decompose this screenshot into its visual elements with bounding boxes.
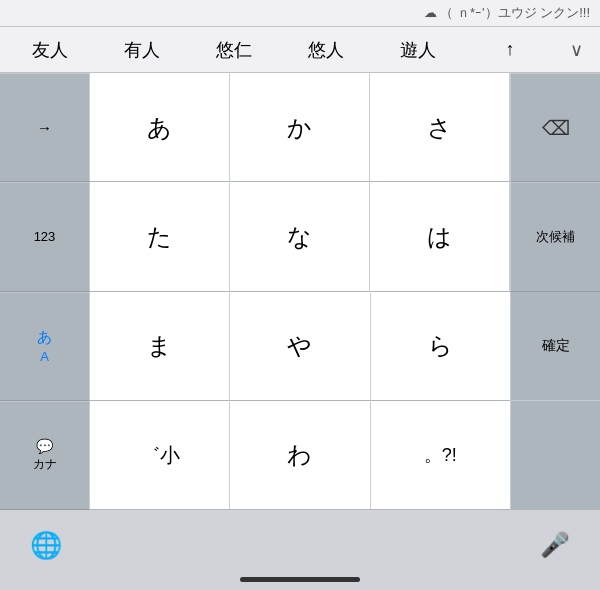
key-confirm[interactable]: 確定 [510, 292, 600, 401]
keyboard-row-4-keys: 💬 カナ ゛小 わ 。?! [0, 401, 510, 510]
key-comment-kana[interactable]: 💬 カナ [0, 401, 90, 510]
candidate-item-2[interactable]: 有人 [98, 32, 186, 68]
candidate-row: 友人 有人 悠仁 悠人 遊人 ↑ ∨ [0, 27, 600, 73]
keyboard-row-3-keys: あ A ま や ら [0, 292, 510, 401]
key-ra[interactable]: ら [371, 292, 510, 401]
key-ma[interactable]: ま [90, 292, 230, 401]
globe-button[interactable]: 🌐 [30, 530, 62, 561]
key-next-candidate[interactable]: 次候補 [510, 182, 600, 291]
candidate-item-4[interactable]: 悠人 [282, 32, 370, 68]
key-ka[interactable]: か [230, 73, 370, 182]
key-na[interactable]: な [230, 182, 370, 291]
candidate-expand-button[interactable]: ∨ [558, 39, 594, 61]
mic-button[interactable]: 🎤 [540, 531, 570, 559]
key-punct[interactable]: 。?! [371, 401, 510, 510]
key-hiragana-label: あ [37, 328, 52, 347]
key-sa[interactable]: さ [370, 73, 510, 182]
key-hiragana-alpha[interactable]: あ A [0, 292, 90, 401]
candidate-item-1[interactable]: 友人 [6, 32, 94, 68]
key-alpha-label: A [40, 349, 49, 364]
comment-icon: 💬 [36, 438, 53, 454]
key-wa[interactable]: わ [230, 401, 370, 510]
keyboard: → あ か さ ⌫ 123 た な は 次候補 あ A ま や ら 確定 [0, 73, 600, 510]
keyboard-row-2: 123 た な は 次候補 [0, 182, 600, 291]
key-123[interactable]: 123 [0, 182, 90, 291]
key-ya[interactable]: や [230, 292, 370, 401]
keyboard-row-4-inner: 💬 カナ ゛小 わ 。?! [0, 401, 600, 510]
keyboard-rows-34: あ A ま や ら 確定 💬 カナ ゛小 わ 。?! [0, 292, 600, 511]
keyboard-row-3-inner: あ A ま や ら 確定 [0, 292, 600, 401]
candidate-item-5[interactable]: 遊人 [374, 32, 462, 68]
key-a[interactable]: あ [90, 73, 230, 182]
keyboard-row-1: → あ か さ ⌫ [0, 73, 600, 182]
delete-icon: ⌫ [542, 116, 570, 140]
key-arrow[interactable]: → [0, 73, 90, 182]
home-indicator [240, 577, 360, 582]
key-dakuten-small[interactable]: ゛小 [90, 401, 230, 510]
candidate-item-3[interactable]: 悠仁 [190, 32, 278, 68]
bottom-bar: 🌐 🎤 [0, 510, 600, 590]
kana-label: カナ [33, 456, 57, 473]
key-delete[interactable]: ⌫ [510, 73, 600, 182]
key-ha[interactable]: は [370, 182, 510, 291]
suggestion-cloud: ☁ （ ｎ*ｰ'）ユウジ ンクン!!! [0, 0, 600, 27]
key-confirm-placeholder [510, 401, 600, 510]
candidate-item-6[interactable]: ↑ [466, 33, 554, 66]
key-ta[interactable]: た [90, 182, 230, 291]
